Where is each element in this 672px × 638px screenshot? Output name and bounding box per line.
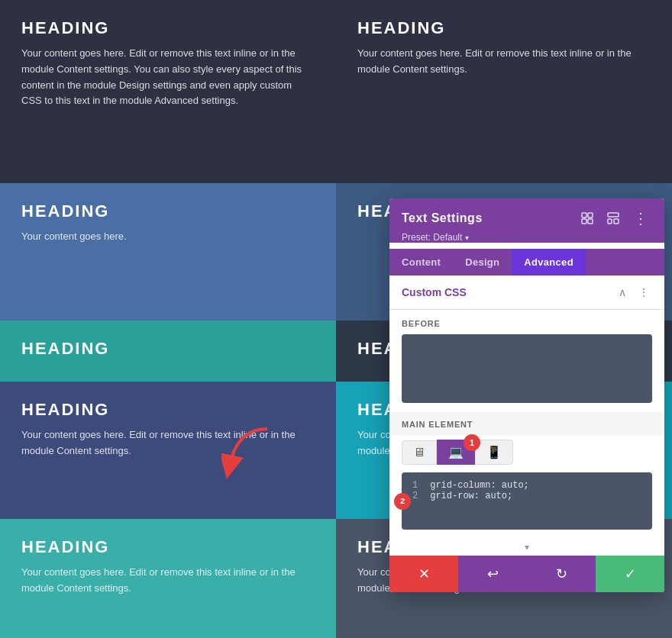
resize-icon-button[interactable] bbox=[578, 211, 596, 226]
step-1-badge: 1 bbox=[464, 434, 480, 451]
grid-cell-2: HEADING Your content goes here. Edit or … bbox=[336, 0, 672, 183]
before-field: Before bbox=[389, 310, 664, 412]
cell-3-heading: HEADING bbox=[21, 201, 315, 221]
svg-rect-7 bbox=[614, 219, 619, 224]
line-num-1: 1 bbox=[412, 480, 425, 491]
undo-button[interactable]: ↩ bbox=[458, 556, 527, 592]
grid-cell-7: HEADING Your content goes here. Edit or … bbox=[0, 382, 336, 519]
save-button[interactable]: ✓ bbox=[596, 556, 664, 592]
custom-css-section-header: Custom CSS ∧ ⋮ bbox=[389, 276, 664, 310]
main-element-css-input[interactable]: 2 1 grid-column: auto; 2 grid-row: auto; bbox=[402, 472, 652, 530]
grid-cell-5: HEADING bbox=[0, 321, 336, 382]
code-line-2: 2 grid-row: auto; bbox=[412, 491, 641, 501]
section-more-button[interactable]: ⋮ bbox=[635, 285, 652, 300]
svg-rect-6 bbox=[608, 219, 612, 224]
tab-advanced[interactable]: Advanced bbox=[512, 249, 586, 276]
preset-label: Preset: Default bbox=[402, 232, 462, 243]
cell-5-heading: HEADING bbox=[21, 339, 315, 359]
collapse-button[interactable]: ∧ bbox=[615, 285, 629, 300]
cell-1-heading: HEADING bbox=[21, 18, 315, 38]
mobile-device-button[interactable]: 📱 bbox=[475, 440, 513, 465]
resize-icon bbox=[581, 212, 593, 224]
main-element-section: Main Element bbox=[389, 412, 664, 429]
svg-rect-3 bbox=[582, 219, 586, 224]
before-css-input[interactable] bbox=[402, 334, 652, 403]
cell-9-heading: HEADING bbox=[21, 537, 315, 557]
desktop-device-button[interactable]: 🖥 bbox=[402, 440, 437, 465]
svg-rect-5 bbox=[608, 213, 619, 217]
page-content: HEADING Your content goes here. Edit or … bbox=[0, 0, 672, 638]
svg-rect-2 bbox=[588, 213, 593, 218]
step-2-badge: 2 bbox=[394, 493, 411, 510]
custom-css-title: Custom CSS bbox=[402, 286, 467, 298]
code-area-wrapper: 2 1 grid-column: auto; 2 grid-row: auto; bbox=[389, 472, 664, 537]
svg-rect-1 bbox=[582, 213, 586, 218]
cancel-button[interactable]: ✕ bbox=[389, 556, 458, 592]
red-arrow-icon bbox=[221, 421, 283, 482]
preset-chevron-icon: ▾ bbox=[465, 234, 469, 242]
panel-title-row: Text Settings bbox=[402, 208, 652, 229]
grid-cell-3: HEADING Your content goes here. bbox=[0, 183, 336, 321]
section-controls: ∧ ⋮ bbox=[615, 285, 652, 300]
grid-cell-9: HEADING Your content goes here. Edit or … bbox=[0, 519, 336, 638]
layout-icon bbox=[607, 212, 619, 224]
cell-1-text: Your content goes here. Edit or remove t… bbox=[21, 46, 315, 109]
tablet-device-button[interactable]: 💻 1 bbox=[437, 440, 475, 465]
panel-header: Text Settings bbox=[389, 198, 664, 243]
line-num-2: 2 bbox=[412, 491, 425, 501]
panel-title: Text Settings bbox=[402, 211, 483, 225]
panel-tabs: Content Design Advanced bbox=[389, 249, 664, 276]
cell-7-heading: HEADING bbox=[21, 400, 315, 420]
panel-icons: ⋮ bbox=[578, 208, 652, 229]
arrow-container bbox=[221, 421, 283, 485]
scroll-hint: ▾ bbox=[389, 537, 664, 556]
main-element-label: Main Element bbox=[402, 420, 473, 429]
panel-toolbar: ✕ ↩ ↻ ✓ bbox=[389, 556, 664, 592]
code-text-2: grid-row: auto; bbox=[430, 491, 512, 501]
svg-rect-4 bbox=[588, 219, 593, 224]
redo-button[interactable]: ↻ bbox=[527, 556, 596, 592]
grid-cell-1: HEADING Your content goes here. Edit or … bbox=[0, 0, 336, 183]
tab-design[interactable]: Design bbox=[453, 249, 512, 276]
layout-icon-button[interactable] bbox=[604, 211, 622, 226]
tab-content[interactable]: Content bbox=[389, 249, 453, 276]
before-label: Before bbox=[402, 319, 652, 328]
panel-preset[interactable]: Preset: Default ▾ bbox=[402, 232, 652, 243]
device-buttons-row: 🖥 💻 1 📱 bbox=[389, 435, 664, 472]
settings-panel: Text Settings bbox=[389, 198, 664, 592]
code-text-1: grid-column: auto; bbox=[430, 480, 529, 491]
panel-body: Custom CSS ∧ ⋮ Before Main Element 🖥 bbox=[389, 276, 664, 556]
cell-3-text: Your content goes here. bbox=[21, 229, 315, 245]
code-line-1: 1 grid-column: auto; bbox=[412, 480, 641, 491]
cell-2-text: Your content goes here. Edit or remove t… bbox=[357, 46, 651, 78]
cell-2-heading: HEADING bbox=[357, 18, 651, 38]
cell-9-text: Your content goes here. Edit or remove t… bbox=[21, 565, 315, 597]
more-options-button[interactable]: ⋮ bbox=[630, 208, 652, 229]
